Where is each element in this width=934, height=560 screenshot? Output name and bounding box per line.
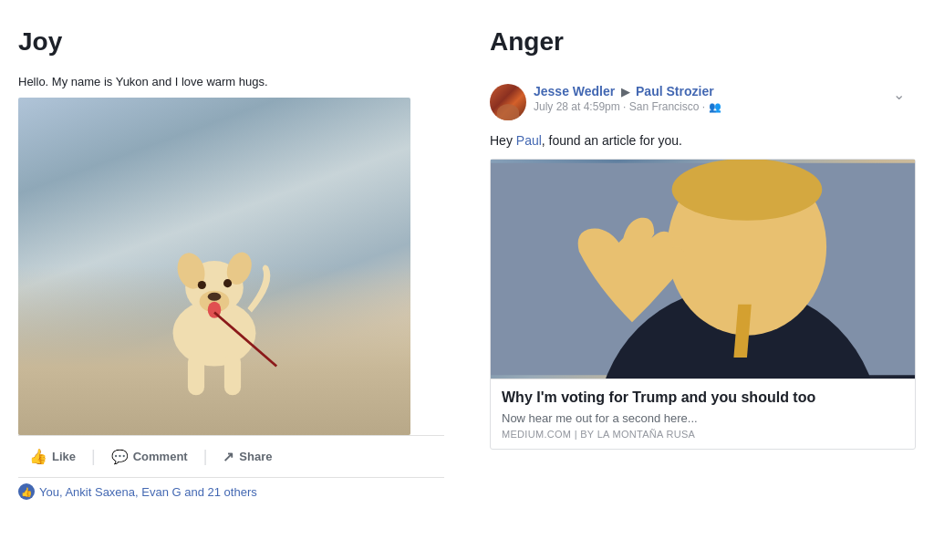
likes-row: 👍 You, Ankit Saxena, Evan G and 21 other… xyxy=(18,478,444,505)
like-button[interactable]: 👍 Like xyxy=(18,443,87,470)
avatar xyxy=(490,84,526,120)
share-icon: ↗ xyxy=(223,449,234,465)
svg-point-5 xyxy=(208,293,222,301)
chevron-down-icon[interactable]: ⌄ xyxy=(893,86,905,103)
joy-caption: Hello. My name is Yukon and I love warm … xyxy=(18,75,444,88)
trump-image-svg xyxy=(491,160,915,379)
audience-icon: 👥 xyxy=(709,101,721,113)
dog-image xyxy=(18,98,410,435)
post-names: Jesse Wedler ▶ Paul Strozier xyxy=(534,84,886,99)
joy-title: Joy xyxy=(18,27,444,57)
post-arrow: ▶ xyxy=(621,86,629,99)
like-icon: 👍 xyxy=(29,448,47,465)
post-meta: Jesse Wedler ▶ Paul Strozier July 28 at … xyxy=(534,84,886,113)
likes-text: You, Ankit Saxena, Evan G and 21 others xyxy=(39,485,257,499)
post-date: July 28 at 4:59pm · San Francisco · 👥 xyxy=(534,100,886,113)
share-button[interactable]: ↗ Share xyxy=(212,444,283,470)
post-body-prefix: Hey xyxy=(490,133,516,148)
page-container: Joy Hello. My name is Yukon and I love w… xyxy=(0,0,934,560)
comment-button[interactable]: 💬 Comment xyxy=(100,444,199,470)
trump-image xyxy=(491,160,915,379)
likes-thumbs-icon: 👍 xyxy=(18,483,35,500)
action-divider-2: | xyxy=(203,447,208,466)
svg-rect-9 xyxy=(188,354,204,395)
svg-point-7 xyxy=(223,279,232,287)
comment-label: Comment xyxy=(133,450,188,463)
action-divider-1: | xyxy=(91,447,96,466)
comment-icon: 💬 xyxy=(111,449,129,465)
article-title: Why I'm voting for Trump and you should … xyxy=(502,389,904,408)
post-date-text: July 28 at 4:59pm · San Francisco · xyxy=(534,100,705,113)
article-info: Why I'm voting for Trump and you should … xyxy=(491,379,915,449)
article-subtitle: Now hear me out for a second here... xyxy=(502,411,904,425)
post-recipient[interactable]: Paul Strozier xyxy=(636,84,714,99)
post-author[interactable]: Jesse Wedler xyxy=(534,84,615,99)
svg-rect-10 xyxy=(224,354,241,395)
post-mention[interactable]: Paul xyxy=(516,133,542,148)
anger-column: Anger Jesse Wedler ▶ Paul Strozier July … xyxy=(462,18,934,542)
post-header: Jesse Wedler ▶ Paul Strozier July 28 at … xyxy=(490,75,916,126)
article-card[interactable]: Why I'm voting for Trump and you should … xyxy=(490,159,916,450)
article-source: MEDIUM.COM | BY LA MONTAÑA RUSA xyxy=(502,429,904,440)
post-actions: 👍 Like | 💬 Comment | ↗ Share xyxy=(18,435,444,478)
joy-column: Joy Hello. My name is Yukon and I love w… xyxy=(0,18,462,542)
post-body: Hey Paul, found an article for you. xyxy=(490,126,916,159)
like-label: Like xyxy=(52,450,76,463)
post-body-suffix: , found an article for you. xyxy=(542,133,682,148)
dog-silhouette xyxy=(141,225,287,408)
share-label: Share xyxy=(239,450,272,463)
anger-title: Anger xyxy=(490,27,916,57)
svg-point-6 xyxy=(198,281,206,289)
svg-point-15 xyxy=(672,160,823,221)
